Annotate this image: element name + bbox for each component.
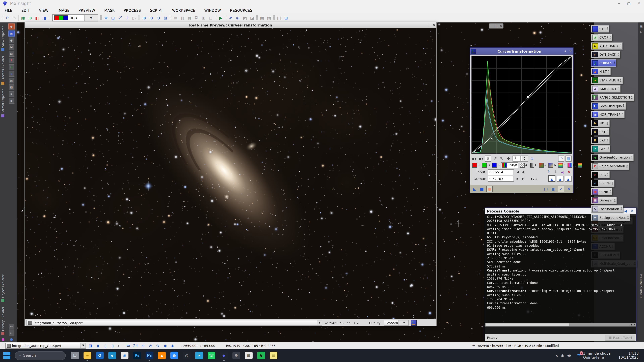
explorer-tab[interactable]: Object Explorer <box>1 275 4 302</box>
new-instance-icon[interactable]: ◣ <box>472 186 477 192</box>
mask-show-icon[interactable]: ▩ <box>259 15 265 21</box>
channel-button[interactable]: b <box>548 163 556 168</box>
output-field[interactable]: 0.57763 <box>488 176 514 182</box>
separator[interactable] <box>18 15 19 21</box>
apply-icon[interactable]: ■ <box>479 186 485 192</box>
explorer-tab[interactable]: View Explorer <box>1 26 4 51</box>
process-item[interactable]: ★ STAR_ALIGN ND <box>591 77 623 84</box>
outlook-icon[interactable]: O <box>96 352 104 359</box>
fit-view-icon[interactable]: ⤢ <box>117 15 123 21</box>
restore-curve-icon[interactable]: ↓ <box>553 170 558 174</box>
grip[interactable] <box>273 15 275 20</box>
histogram-small-button[interactable]: ▲ <box>565 176 572 182</box>
process-item[interactable]: ∩ SPCCal ND <box>591 179 615 187</box>
channel-button[interactable]: R <box>472 163 480 168</box>
channel-button[interactable]: S <box>577 163 586 168</box>
browse-doc-icon[interactable]: ▢ <box>543 186 549 192</box>
zoom-11-icon[interactable]: ⊙ <box>155 15 161 21</box>
new-image-icon[interactable]: ▦ <box>20 15 26 21</box>
calculator-icon[interactable]: ▦ <box>245 352 252 359</box>
chrome-icon[interactable]: ◉ <box>121 352 128 359</box>
image-minimize-button[interactable]: ─ <box>490 24 492 28</box>
channel-selector-dropdown[interactable]: RGB ▼ <box>52 14 98 21</box>
process-item[interactable]: ▬ BackgroundNeut ND <box>591 214 630 221</box>
statusbar-view-selector[interactable]: integration_autocrop_GraXpert ▼ <box>5 343 86 349</box>
histogram-normal-button[interactable]: ▲ <box>548 175 556 182</box>
grip[interactable] <box>225 15 227 20</box>
zoom-fit-icon[interactable]: ⊠ <box>162 15 168 21</box>
channel-button[interactable]: B <box>492 163 500 168</box>
menu-item[interactable]: EDIT <box>22 8 30 12</box>
zoom-in-mode-icon[interactable]: ⤢ <box>492 156 498 161</box>
pause-abort-button[interactable]: ❚❚ Pause/Abort <box>605 335 635 340</box>
expand-icon[interactable]: ⊞ <box>200 15 206 21</box>
channel-button[interactable]: G <box>482 163 490 168</box>
process-item[interactable]: ◤ ColorCalibration ND <box>591 162 629 170</box>
photoshop-icon[interactable]: Ps <box>133 352 141 359</box>
tray-icon[interactable]: ∧ <box>556 354 558 357</box>
process-item[interactable]: ∫ CURVES ND <box>591 59 616 67</box>
preview-image-m31[interactable] <box>25 28 436 319</box>
redo-icon[interactable]: ↷ <box>12 15 18 21</box>
side-tool-icon[interactable]: ✂ <box>8 331 14 336</box>
side-tool-icon[interactable]: ▣ <box>8 44 14 50</box>
preview-view-selector[interactable]: integration_autocrop_GraXpert ▼ <box>26 320 322 326</box>
undo-icon[interactable]: ↶ <box>4 15 10 21</box>
process-item[interactable]: ● SCNR ND <box>591 188 612 196</box>
readout-icon[interactable]: ◫ <box>276 15 282 21</box>
screen-transfer-icon[interactable]: ⊴ <box>140 343 146 348</box>
image-restore-button[interactable]: ❐ <box>494 24 497 28</box>
channel-button[interactable]: H <box>567 163 576 168</box>
side-tool-icon[interactable]: ▤ <box>8 51 14 57</box>
zoom-in-icon[interactable]: ⊕ <box>141 15 147 21</box>
whatsapp-icon[interactable]: ☏ <box>208 352 215 359</box>
prev-point-button[interactable]: ◀ <box>515 170 520 174</box>
zoom-out-mode-icon[interactable]: ⤡ <box>499 156 504 161</box>
menu-item[interactable]: WORKSPACE <box>172 8 195 12</box>
edge-dock-icon[interactable]: ⊙ <box>640 30 642 33</box>
curves-mini-icon[interactable] <box>411 320 416 326</box>
quality-dropdown[interactable]: Smooth ▼ <box>384 320 408 326</box>
doc-page-icon[interactable]: ▥ <box>550 186 556 192</box>
process-item[interactable]: ▸ DYN_BACK ND <box>591 51 620 58</box>
zoom-rect-icon[interactable]: ⊡ <box>110 15 116 21</box>
process-item[interactable]: ↻ FastRotation ND <box>591 205 623 213</box>
side-tool-icon[interactable]: B <box>8 71 14 77</box>
side-tool-icon[interactable]: ≡ <box>8 91 14 97</box>
center-icon[interactable]: ✛ <box>124 15 130 21</box>
workspace-2-icon[interactable]: ▯ <box>103 343 108 348</box>
maximize-button[interactable]: ▢ <box>624 0 634 7</box>
cascade-icon[interactable]: ⧉ <box>194 15 200 21</box>
record-icon[interactable]: ● <box>8 23 14 29</box>
curves-histogram-plot[interactable] <box>471 56 572 154</box>
dropdown-arrow-icon[interactable]: ▼ <box>398 320 408 325</box>
menu-item[interactable]: PROCESS <box>124 8 141 12</box>
grip[interactable] <box>48 15 50 20</box>
menu-item[interactable]: IMAGE <box>58 8 70 12</box>
screen-icon[interactable]: ▭ <box>126 343 131 348</box>
scrollbar-thumb[interactable] <box>486 324 569 326</box>
first-point-button[interactable]: ◀▏ <box>522 170 526 174</box>
process-item[interactable]: ▣ HDR_TRANSF ND <box>591 111 624 118</box>
channel-button[interactable]: L <box>529 163 537 168</box>
task-view-icon[interactable]: ❐ <box>71 352 79 359</box>
file-explorer-icon[interactable]: ▰ <box>84 352 91 359</box>
side-tool-icon[interactable]: ◧ <box>8 84 14 90</box>
shade-left-icon[interactable]: ◩ <box>242 15 248 21</box>
magnifier-icon[interactable]: ⊙ <box>529 156 535 161</box>
bitdepth-24-icon[interactable]: 24 <box>133 343 138 348</box>
preview-title-bar[interactable]: Real-Time Preview: CurvesTransformation … <box>25 22 436 28</box>
edge-icon[interactable]: e <box>108 352 116 359</box>
tray-icon[interactable]: ◉ <box>561 354 564 357</box>
grip[interactable] <box>100 15 102 20</box>
realtime-preview-icon[interactable]: ● <box>486 186 493 192</box>
process-item[interactable]: ◈ GradientCorrection ND <box>591 154 634 161</box>
dialog-close-button[interactable]: ✕ <box>568 49 573 53</box>
settings-icon[interactable]: ⚙ <box>232 352 240 359</box>
scroll-right-icon[interactable]: ▶ <box>633 324 636 326</box>
thumbnail-toggle-icon[interactable]: ◨ <box>88 343 93 348</box>
process-item[interactable]: ∩ PCC ND <box>591 171 610 178</box>
input-field[interactable]: 0.56514 <box>488 169 514 175</box>
menu-item[interactable]: FILE <box>5 8 12 12</box>
dropdown-arrow-icon[interactable]: ▼ <box>80 343 86 348</box>
